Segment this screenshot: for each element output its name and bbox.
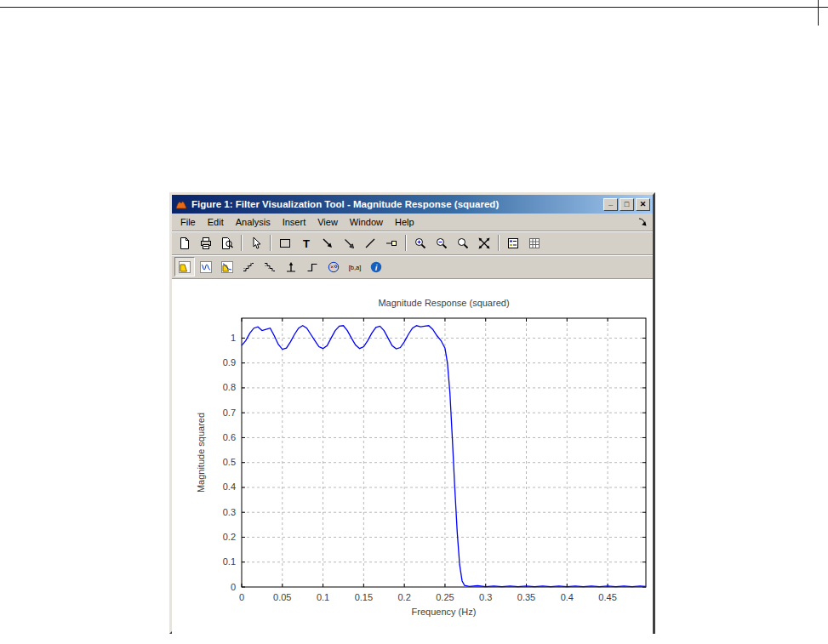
zoom-out-button[interactable] <box>431 233 452 253</box>
step-response-button[interactable] <box>302 257 323 276</box>
menu-file[interactable]: File <box>175 215 201 229</box>
legend-icon <box>506 237 520 250</box>
reset-view-button[interactable] <box>474 233 494 253</box>
rectangle-icon <box>278 237 292 250</box>
y-tick-label: 0 <box>231 582 236 592</box>
close-icon: ✕ <box>640 200 647 209</box>
pin-icon <box>385 237 398 250</box>
phase-response-button[interactable] <box>196 257 216 276</box>
x-tick-label: 0.05 <box>273 592 291 602</box>
x-tick-label: 0.35 <box>517 592 535 602</box>
svg-text:i: i <box>375 262 378 271</box>
insert-line-button[interactable] <box>360 233 380 253</box>
insert-text-button[interactable]: T <box>296 233 317 253</box>
menu-view[interactable]: View <box>312 215 343 229</box>
magnitude-response-chart[interactable]: 00.050.10.150.20.250.30.350.40.4500.10.2… <box>172 279 653 634</box>
page-border-top <box>0 7 828 8</box>
y-tick-label: 0.1 <box>223 556 236 567</box>
y-tick-label: 0.2 <box>223 532 236 542</box>
filter-info-icon: i <box>369 260 383 274</box>
step-response-icon <box>306 260 319 274</box>
reset-view-icon <box>477 237 491 250</box>
figure-area: 00.050.10.150.20.250.30.350.40.4500.10.2… <box>172 279 653 634</box>
window-controls: _ □ ✕ <box>603 198 650 211</box>
analysis-toolbar: [b,a] i <box>172 255 653 279</box>
filter-info-button[interactable]: i <box>366 257 386 276</box>
arrow-annotation-icon <box>321 237 334 250</box>
double-arrow-annotation-icon <box>342 237 356 250</box>
x-tick-label: 0.3 <box>479 592 492 602</box>
filter-coefficients-button[interactable]: [b,a] <box>345 257 365 276</box>
minimize-button[interactable]: _ <box>603 198 618 211</box>
magnifier-icon <box>456 237 470 250</box>
print-preview-button[interactable] <box>217 233 237 253</box>
insert-legend-button[interactable] <box>503 233 523 253</box>
phase-response-icon <box>199 260 213 274</box>
menu-analysis[interactable]: Analysis <box>231 215 276 229</box>
printer-icon <box>199 237 213 250</box>
response-curve <box>242 326 646 587</box>
menu-bar: File Edit Analysis Insert View Window He… <box>172 214 653 231</box>
y-tick-label: 0.8 <box>223 382 236 392</box>
menu-help[interactable]: Help <box>390 215 420 229</box>
svg-text:T: T <box>303 237 310 249</box>
zoom-out-icon <box>435 237 448 250</box>
toolbar-separator <box>498 235 500 251</box>
maximize-button[interactable]: □ <box>620 198 634 211</box>
insert-double-arrow-button[interactable] <box>339 233 359 253</box>
edit-plot-button[interactable] <box>246 233 266 253</box>
y-tick-label: 1 <box>231 333 236 343</box>
y-tick-label: 0.4 <box>223 482 236 492</box>
x-tick-label: 0 <box>239 592 244 602</box>
matlab-logo-icon <box>174 197 188 211</box>
close-button[interactable]: ✕ <box>636 198 650 211</box>
pin-to-axes-button[interactable] <box>381 233 402 253</box>
y-tick-label: 0.3 <box>223 507 236 517</box>
toolbar-separator <box>270 235 271 251</box>
svg-text:[b,a]: [b,a] <box>349 264 362 271</box>
phase-delay-button[interactable] <box>260 257 280 276</box>
grid-icon <box>528 237 541 250</box>
page-border-right <box>818 0 819 26</box>
zoom-button[interactable] <box>453 233 473 253</box>
fvtool-window: Figure 1: Filter Visualization Tool - Ma… <box>169 192 655 634</box>
menu-edit[interactable]: Edit <box>203 215 229 229</box>
phase-delay-icon <box>263 260 277 274</box>
group-delay-button[interactable] <box>238 257 259 276</box>
text-tool-icon: T <box>300 237 313 250</box>
new-figure-button[interactable] <box>174 233 195 253</box>
minimize-icon: _ <box>608 198 613 208</box>
impulse-response-button[interactable] <box>281 257 301 276</box>
impulse-response-icon <box>284 260 298 274</box>
x-tick-label: 0.45 <box>598 592 616 602</box>
window-titlebar[interactable]: Figure 1: Filter Visualization Tool - Ma… <box>172 195 653 214</box>
window-title: Figure 1: Filter Visualization Tool - Ma… <box>191 199 600 209</box>
insert-arrow-button[interactable] <box>317 233 338 253</box>
toolbar-separator <box>241 235 243 251</box>
y-tick-label: 0.9 <box>223 357 236 368</box>
x-tick-label: 0.15 <box>355 592 373 602</box>
toolbar-separator <box>405 235 407 251</box>
new-document-icon <box>178 237 191 250</box>
menu-insert[interactable]: Insert <box>277 215 311 229</box>
magnitude-and-phase-button[interactable] <box>217 257 237 276</box>
insert-rectangle-button[interactable] <box>275 233 295 253</box>
filter-coefficients-icon: [b,a] <box>348 260 362 274</box>
dock-figure-icon[interactable] <box>637 217 649 227</box>
zoom-in-icon <box>414 237 427 250</box>
print-button[interactable] <box>196 233 216 253</box>
magnitude-and-phase-icon <box>220 260 234 274</box>
pole-zero-button[interactable] <box>323 257 344 276</box>
y-tick-label: 0.5 <box>223 457 236 467</box>
maximize-icon: □ <box>625 200 629 209</box>
group-delay-icon <box>242 260 255 274</box>
zoom-in-button[interactable] <box>410 233 431 253</box>
axes-box <box>242 318 646 587</box>
grid-button[interactable] <box>524 233 545 253</box>
magnitude-response-button[interactable] <box>174 257 195 276</box>
print-preview-icon <box>220 237 234 250</box>
y-tick-label: 0.7 <box>223 407 236 418</box>
menu-window[interactable]: Window <box>345 215 388 229</box>
main-toolbar: T <box>172 231 653 255</box>
line-tool-icon <box>363 237 377 250</box>
